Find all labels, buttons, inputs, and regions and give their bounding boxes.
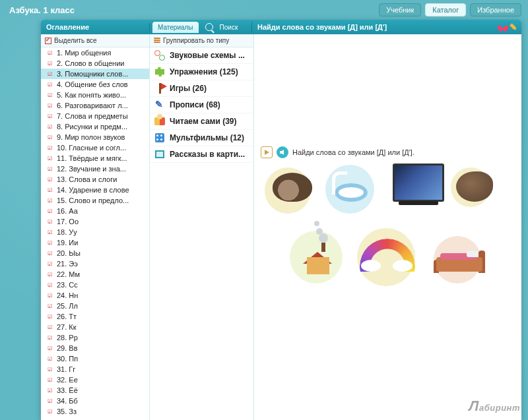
toc-item-label: 18. Уу [57,228,77,236]
toc-item[interactable]: ☑12. Звучание и зна... [41,164,149,174]
toc-item[interactable]: ☑25. Лл [41,301,149,311]
material-item[interactable]: Прописи (68) [150,97,253,113]
sort-icon [154,38,160,44]
check-icon: ☑ [48,82,54,88]
material-label: Упражнения (125) [170,67,238,76]
picture-otter[interactable] [456,171,493,202]
toc-list[interactable]: ☑1. Мир общения☑2. Слово в общении☑3. По… [41,47,149,420]
toc-item[interactable]: ☑18. Уу [41,227,149,237]
toc-item[interactable]: ☑4. Общение без слов [41,79,149,90]
toc-item[interactable]: ☑24. Нн [41,290,149,301]
picture-house[interactable] [299,241,336,278]
svg-marker-1 [280,150,284,155]
check-icon: ☑ [48,251,54,256]
toc-item-label: 29. Вв [57,344,78,352]
task-text: Найди слова со звуками [Д] или [Д']. [292,148,414,156]
material-item[interactable]: Звуковые схемы ... [150,47,253,64]
group-by-row[interactable]: Группировать по типу [150,34,253,47]
toc-item[interactable]: ☑8. Рисунки и предм... [41,121,149,132]
toc-item-label: 10. Гласные и согл... [57,144,126,152]
picture-tv[interactable] [393,164,444,202]
check-icon: ☑ [48,71,54,77]
toc-item-label: 14. Ударение в слове [57,186,129,194]
material-item[interactable]: Рассказы в карти... [150,146,253,163]
check-icon [45,38,51,44]
check-icon: ☑ [48,166,54,172]
edit-icon[interactable] [508,22,519,33]
toc-item[interactable]: ☑26. Тт [41,311,149,322]
toc-item[interactable]: ☑10. Гласные и согл... [41,142,149,153]
play-sound-button[interactable] [277,146,288,158]
toc-item[interactable]: ☑16. Аа [41,206,149,216]
material-item[interactable]: Мультфильмы (12) [150,130,253,146]
picture-bed[interactable] [434,245,485,277]
toc-item[interactable]: ☑11. Твёрдые и мягк... [41,153,149,164]
tab-materials[interactable]: Материалы [152,22,199,33]
picture-hedgehog[interactable] [273,173,312,202]
toc-item[interactable]: ☑29. Вв [41,343,149,353]
toc-item[interactable]: ☑20. Ыы [41,248,149,258]
toc-item[interactable]: ☑22. Мм [41,269,149,280]
material-item[interactable]: Игры (26) [150,80,253,97]
top-bar: Азбука. 1 класс Учебник Каталог Избранно… [0,0,528,20]
tab-search[interactable]: Поиск [217,22,241,33]
toc-item[interactable]: ☑19. Ии [41,237,149,248]
toc-item[interactable]: ☑6. Разговаривают л... [41,100,149,111]
toc-item-label: 16. Аа [57,207,78,215]
toc-item[interactable]: ☑3. Помощники слов... [41,69,149,79]
toc-item-label: 23. Сс [57,281,78,289]
toc-item[interactable]: ☑21. Ээ [41,258,149,269]
task-hint-button[interactable] [261,146,273,158]
toc-item[interactable]: ☑5. Как понять живо... [41,90,149,100]
catalog-button[interactable]: Каталог [425,3,466,16]
toc-item-label: 27. Кк [57,323,77,331]
app-title: Азбука. 1 класс [7,5,75,15]
toc-item[interactable]: ☑32. Ее [41,375,149,385]
toc-item-label: 30. Пп [57,355,78,363]
frame-icon [154,148,166,160]
toc-item-label: 34. Бб [57,397,78,405]
toc-item[interactable]: ☑33. Ёё [41,385,149,396]
select-all-row[interactable]: Выделить все [41,34,149,47]
toc-item[interactable]: ☑34. Бб [41,396,149,406]
material-item[interactable]: Читаем сами (39) [150,113,253,130]
toc-item[interactable]: ☑2. Слово в общении [41,58,149,69]
toc-item[interactable]: ☑28. Рр [41,332,149,343]
picture-swan[interactable] [327,170,377,204]
toc-item-label: 7. Слова и предметы [57,112,128,120]
check-icon: ☑ [48,303,54,309]
toc-item[interactable]: ☑35. Зз [41,406,149,417]
picture-rainbow[interactable] [360,239,415,272]
toc-item[interactable]: ☑27. Кк [41,322,149,332]
material-item[interactable]: Упражнения (125) [150,64,253,80]
material-label: Рассказы в карти... [170,150,245,159]
group-by-label: Группировать по типу [163,37,229,44]
toc-item[interactable]: ☑14. Ударение в слове [41,185,149,195]
toc-item-label: 22. Мм [57,270,80,278]
check-icon: ☑ [48,208,54,214]
textbook-button[interactable]: Учебник [379,3,421,16]
toc-item[interactable]: ☑31. Гг [41,364,149,375]
toc-item[interactable]: ☑23. Сс [41,280,149,290]
favorites-button[interactable]: Избранное [470,3,521,16]
favorite-icon[interactable] [499,23,507,31]
check-icon: ☑ [48,135,54,140]
toc-item-label: 4. Общение без слов [57,80,128,88]
toc-item-label: 13. Слова и слоги [57,175,117,183]
toc-item[interactable]: ☑1. Мир общения [41,47,149,58]
middle-header: Материалы Поиск [150,22,252,33]
content-panel: Найди слова со звуками [Д] или [Д']. [254,34,521,420]
materials-panel: Группировать по типу Звуковые схемы ...У… [150,34,254,420]
check-icon: ☑ [48,377,54,383]
toc-item[interactable]: ☑9. Мир полон звуков [41,132,149,142]
check-icon: ☑ [48,61,54,67]
check-icon: ☑ [48,272,54,278]
check-icon: ☑ [48,282,54,288]
toc-item[interactable]: ☑13. Слова и слоги [41,174,149,185]
toc-item-label: 24. Нн [57,291,78,299]
toc-item[interactable]: ☑7. Слова и предметы [41,111,149,121]
toc-item[interactable]: ☑15. Слово и предло... [41,195,149,206]
toc-item[interactable]: ☑30. Пп [41,353,149,364]
toc-item[interactable]: ☑17. Оо [41,216,149,227]
app-window: Оглавление Материалы Поиск Найди слова с… [41,20,521,420]
